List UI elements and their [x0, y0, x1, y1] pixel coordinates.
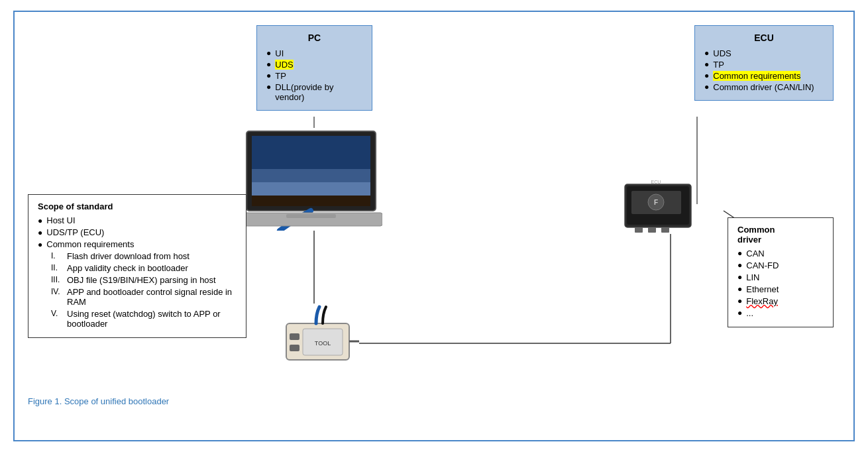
- scope-item-common-req: Common requirements: [38, 239, 237, 249]
- ecu-item-tp: TP: [704, 60, 824, 70]
- scope-sub-list: Flash driver download from host App vali…: [38, 251, 237, 329]
- driver-item-can: CAN: [737, 249, 824, 258]
- svg-rect-16: [290, 345, 299, 351]
- scope-sub-item-4: APP and bootloader control signal reside…: [51, 287, 237, 307]
- ecu-item-uds: UDS: [704, 48, 824, 58]
- pc-box: PC UI UDS TP DLL(provide by vendor): [256, 25, 372, 111]
- svg-rect-24: [635, 227, 643, 233]
- driver-item-lin: LIN: [737, 272, 824, 282]
- pc-box-list: UI UDS TP DLL(provide by vendor): [266, 48, 362, 102]
- scope-item-host-ui: Host UI: [38, 215, 237, 225]
- driver-list: CAN CAN-FD LIN Ethernet FlexRay ...: [737, 249, 824, 318]
- scope-sub-item-1: Flash driver download from host: [51, 251, 237, 261]
- svg-rect-13: [286, 214, 336, 218]
- ecu-box-title: ECU: [704, 32, 824, 43]
- driver-item-can-fd: CAN-FD: [737, 260, 824, 270]
- svg-text:TOOL: TOOL: [315, 340, 331, 347]
- scope-title: Scope of standard: [38, 201, 237, 211]
- svg-rect-25: [648, 227, 656, 233]
- svg-text:ECU: ECU: [651, 180, 661, 184]
- ecu-box-list: UDS TP Common requirements Common driver…: [704, 48, 824, 92]
- svg-text:F: F: [654, 199, 658, 206]
- pc-item-uds: UDS: [266, 60, 362, 70]
- driver-item-flexray: FlexRay: [737, 296, 824, 306]
- svg-rect-26: [661, 227, 669, 233]
- ecu-item-common-req: Common requirements: [704, 71, 824, 81]
- svg-rect-9: [252, 169, 370, 182]
- ecu-item-common-driver: Common driver (CAN/LIN): [704, 82, 824, 92]
- pc-item-tp: TP: [266, 71, 362, 81]
- driver-item-ethernet: Ethernet: [737, 284, 824, 294]
- outer-border: PC UI UDS TP DLL(provide by vendor) ECU …: [13, 11, 855, 441]
- scope-main-list: Host UI UDS/TP (ECU) Common requirements: [38, 215, 237, 249]
- pc-box-title: PC: [266, 32, 362, 43]
- scope-sub-item-3: OBJ file (S19/BIN/HEX) parsing in host: [51, 275, 237, 285]
- svg-rect-15: [290, 333, 299, 340]
- scope-box: Scope of standard Host UI UDS/TP (ECU) C…: [28, 194, 246, 338]
- figure-caption: Figure 1. Scope of unified bootloader: [28, 396, 169, 406]
- dongle-device: TOOL: [280, 304, 359, 376]
- pc-item-dll: DLL(provide by vendor): [266, 82, 362, 102]
- laptop-image: [240, 128, 382, 231]
- diagram-area: PC UI UDS TP DLL(provide by vendor) ECU …: [21, 19, 847, 410]
- scope-sub-item-2: App validity check in bootloader: [51, 263, 237, 273]
- svg-rect-11: [252, 196, 370, 206]
- driver-box: Commondriver CAN CAN-FD LIN Ethernet Fle…: [728, 217, 834, 327]
- ecu-hardware-device: F ECU: [622, 178, 701, 234]
- driver-box-title: Commondriver: [737, 225, 824, 245]
- scope-sub-item-5: Using reset (watchdog) switch to APP or …: [51, 309, 237, 329]
- pc-item-ui: UI: [266, 48, 362, 58]
- driver-item-etc: ...: [737, 308, 824, 318]
- svg-rect-8: [252, 136, 370, 169]
- svg-rect-10: [252, 182, 370, 196]
- ecu-box: ECU UDS TP Common requirements Common dr…: [694, 25, 834, 101]
- scope-item-uds-tp: UDS/TP (ECU): [38, 227, 237, 237]
